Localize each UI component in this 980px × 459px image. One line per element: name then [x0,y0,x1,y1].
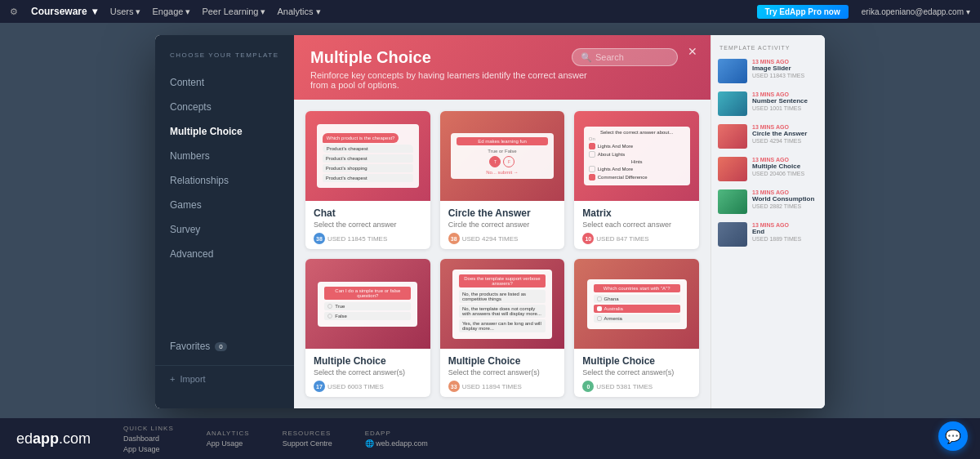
card-preview-mc1: Can I do a simple true or false question… [305,259,430,349]
stat-icon: 38 [314,233,325,244]
card-name: Matrix [582,207,691,219]
modal-header: Multiple Choice Reinforce key concepts b… [294,35,710,100]
card-info-mc3: Multiple Choice Select the correct answe… [574,349,699,397]
nav-users[interactable]: Users ▾ [110,7,141,17]
sidebar-item-content[interactable]: Content [155,70,294,95]
activity-name: World Consumption [752,195,818,203]
activity-item-3[interactable]: 13 MINS AGO Circle the Answer USED 4294 … [718,124,818,149]
card-name: Multiple Choice [582,355,691,367]
activity-thumbnail [718,91,747,116]
sidebar-item-relationships[interactable]: Relationships [155,168,294,193]
search-input[interactable] [572,48,678,66]
footer-link-support[interactable]: Support Centre [283,439,332,448]
sidebar-item-favorites[interactable]: Favorites 0 [155,334,294,359]
card-name: Circle the Answer [448,207,557,219]
chat-support-button[interactable]: 💬 [938,421,968,451]
activity-used: USED 20406 TIMES [752,171,818,176]
close-button[interactable]: ✕ [684,43,701,60]
card-preview-mc3: Which countries start with "A"? Ghana Au… [574,259,699,349]
template-modal: Choose Your Template Content Concepts Mu… [155,35,825,408]
activity-item-4[interactable]: 13 MINS AGO Multiple Choice USED 20406 T… [718,157,818,181]
sidebar-item-multiple-choice[interactable]: Multiple Choice [155,119,294,144]
footer-resources: Resources Support Centre [283,430,332,448]
card-description: Select the correct answer(s) [314,368,422,377]
try-pro-button[interactable]: Try EdApp Pro now [757,5,849,19]
footer-link-web[interactable]: 🌐 web.edapp.com [365,439,428,448]
template-card-mc1[interactable]: Can I do a simple true or false question… [305,259,430,397]
card-info-mc2: Multiple Choice Select the correct answe… [440,349,565,397]
stat-icon: 33 [448,381,460,392]
favorites-badge: 0 [215,342,226,351]
template-card-chat[interactable]: Which product is the cheapest? Product's… [305,111,430,249]
nav-peer-learning[interactable]: Peer Learning ▾ [202,7,265,17]
user-menu[interactable]: erika.openiano@edapp.com ▾ [862,7,970,16]
sidebar-item-advanced[interactable]: Advanced [155,242,294,266]
activity-time: 13 MINS AGO [752,189,818,195]
activity-item-6[interactable]: 13 MINS AGO End USED 1889 TIMES [718,222,818,247]
stat-icon: 10 [582,233,594,244]
footer-analytics: Analytics App Usage [207,430,250,448]
nav-analytics[interactable]: Analytics ▾ [277,7,320,17]
footer-section-title: EdApp [365,430,428,437]
footer-link-app-usage[interactable]: App Usage [123,445,174,453]
stat-uses: 0 USED 5381 TIMES [582,381,653,392]
card-stats: 33 USED 11894 TIMES [448,381,557,392]
nav-engage[interactable]: Engage ▾ [152,7,190,17]
card-description: Circle the correct answer [448,221,557,229]
activity-item-5[interactable]: 13 MINS AGO World Consumption USED 2882 … [718,189,818,214]
sidebar-item-numbers[interactable]: Numbers [155,144,294,168]
card-preview-matrix: Select the correct answer about... On Li… [574,111,699,201]
activity-used: USED 1889 TIMES [752,236,818,242]
sidebar-item-survey[interactable]: Survey [155,217,294,242]
template-grid: Which product is the cheapest? Product's… [294,100,710,408]
footer-section-title: Quick Links [123,425,174,432]
card-name: Chat [314,207,422,219]
import-button[interactable]: + Import [155,365,294,392]
activity-item-2[interactable]: 13 MINS AGO Number Sentence USED 1001 TI… [718,91,818,116]
template-card-matrix[interactable]: Select the correct answer about... On Li… [574,111,699,249]
footer-link-analytics[interactable]: App Usage [207,439,250,448]
card-stats: 10 USED 847 TIMES [582,233,691,244]
activity-used: USED 1001 TIMES [752,105,818,111]
activity-thumbnail [718,59,747,83]
stat-uses: 38 USED 4294 TIMES [448,233,519,244]
template-card-mc3[interactable]: Which countries start with "A"? Ghana Au… [574,259,699,397]
card-stats: 0 USED 5381 TIMES [582,381,691,392]
footer-quick-links: Quick Links Dashboard App Usage [123,425,174,453]
stat-uses: 10 USED 847 TIMES [582,233,648,244]
activity-used: USED 11843 TIMES [752,73,818,78]
activity-name: Image Slider [752,65,818,73]
card-info-matrix: Matrix Select each correct answer 10 USE… [574,201,699,249]
activity-time: 13 MINS AGO [752,59,818,65]
card-stats: 38 USED 11845 TIMES [314,233,422,244]
activity-time: 13 MINS AGO [752,91,818,97]
footer-section-title: Resources [283,430,332,437]
app-name[interactable]: Courseware ▾ [31,6,97,17]
footer-edapp: EdApp 🌐 web.edapp.com [365,430,428,448]
stat-icon: 38 [448,233,460,244]
card-preview-chat: Which product is the cheapest? Product's… [305,111,430,201]
sidebar-item-concepts[interactable]: Concepts [155,95,294,119]
activity-time: 13 MINS AGO [752,124,818,130]
nav-items: Users ▾ Engage ▾ Peer Learning ▾ Analyti… [110,7,321,17]
stat-icon: 0 [582,381,594,392]
template-card-mc2[interactable]: Does the template support verbose answer… [440,259,565,397]
gear-icon: ⚙ [10,7,18,17]
activity-item-1[interactable]: 13 MINS AGO Image Slider USED 11843 TIME… [718,59,818,83]
card-info-circle: Circle the Answer Circle the correct ans… [440,201,565,249]
sidebar-item-games[interactable]: Games [155,193,294,217]
card-name: Multiple Choice [314,355,422,367]
import-icon: + [170,374,175,384]
template-sidebar: Choose Your Template Content Concepts Mu… [155,35,294,408]
activity-used: USED 2882 TIMES [752,203,818,209]
modal-main: Multiple Choice Reinforce key concepts b… [294,35,710,408]
card-description: Select the correct answer(s) [582,368,691,377]
activity-thumbnail [718,124,747,149]
activity-used: USED 4294 TIMES [752,138,818,144]
footer-link-dashboard[interactable]: Dashboard [123,434,174,443]
template-activity-panel: Template Activity 13 MINS AGO Image Slid… [710,35,825,408]
activity-name: Circle the Answer [752,130,818,138]
modal-overlay: Choose Your Template Content Concepts Mu… [0,23,980,418]
activity-name: End [752,228,818,236]
template-card-circle[interactable]: Ed makes learning fun True or False T F … [440,111,565,249]
